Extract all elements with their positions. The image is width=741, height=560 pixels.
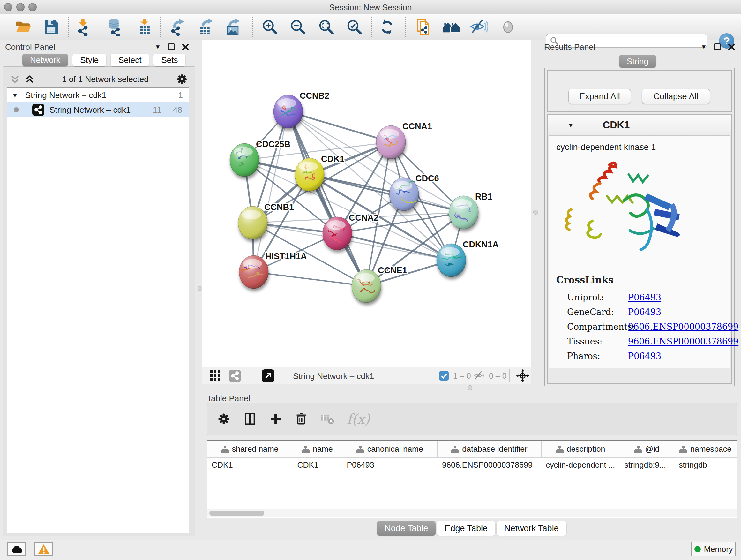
status-bar: [0, 540, 741, 560]
open-session-icon[interactable]: [14, 18, 32, 37]
left-splitter-handle[interactable]: [198, 286, 202, 291]
network-node-CCNB1[interactable]: [238, 206, 267, 240]
expand-all-chevron-icon[interactable]: [24, 74, 35, 84]
results-panel-menu-icon[interactable]: ▼: [701, 44, 707, 51]
results-panel-close-icon[interactable]: [728, 44, 735, 51]
tab-network[interactable]: Network: [22, 54, 68, 66]
tab-style[interactable]: Style: [72, 54, 106, 66]
tissues-link[interactable]: 9606.ENSP00000378699: [628, 336, 738, 347]
control-panel-close-icon[interactable]: [182, 44, 189, 51]
warnings-button[interactable]: [35, 543, 53, 556]
pharos-link[interactable]: P06493: [628, 351, 661, 361]
table-cell[interactable]: 9606.ENSP00000378699: [437, 457, 541, 472]
network-edge-HIST1H1A-CCNE1[interactable]: [254, 272, 366, 286]
table-cell[interactable]: stringdb: [674, 457, 737, 472]
toolbar-separator: [68, 17, 69, 37]
tab-sets[interactable]: Sets: [153, 54, 185, 66]
network-node-CDC6[interactable]: [389, 178, 419, 211]
tab-string-results[interactable]: String: [619, 55, 656, 68]
show-columns-icon[interactable]: [243, 412, 257, 426]
genecard-link[interactable]: P06493: [628, 307, 661, 317]
network-node-CDKN1A[interactable]: [436, 244, 466, 277]
network-node-HIST1H1A[interactable]: [239, 255, 268, 289]
network-node-CDC25B[interactable]: [230, 143, 259, 177]
tab-select[interactable]: Select: [111, 54, 149, 66]
network-node-RB1[interactable]: [449, 196, 478, 229]
column-header-namespace[interactable]: namespace: [674, 441, 737, 457]
column-header-canonical-name[interactable]: canonical name: [342, 441, 437, 457]
column-header-name[interactable]: name: [293, 441, 342, 457]
starter-panel-homes-icon[interactable]: [442, 18, 461, 37]
gene-section-header[interactable]: ▼ CDK1: [548, 115, 731, 135]
cloud-status-button[interactable]: [7, 543, 26, 556]
hide-selected-eye-slash-icon[interactable]: [470, 18, 488, 36]
export-table-icon[interactable]: [198, 18, 216, 36]
network-node-CCNA2[interactable]: [323, 217, 352, 250]
table-cell[interactable]: P06493: [342, 457, 437, 472]
selected-checkbox-icon[interactable]: [439, 371, 449, 381]
table-cell[interactable]: CDK1: [207, 457, 293, 472]
network-selection-status: 1 of 1 Network selected: [35, 74, 176, 84]
tab-network-table[interactable]: Network Table: [496, 521, 566, 536]
table-cell[interactable]: stringdb:9...: [620, 457, 674, 472]
column-header-description[interactable]: description: [542, 441, 620, 457]
network-node-CCNE1[interactable]: [352, 269, 381, 303]
refresh-icon[interactable]: [379, 18, 396, 36]
grid-view-icon[interactable]: [210, 370, 221, 381]
network-node-CCNB2[interactable]: [273, 95, 303, 128]
table-cell[interactable]: CDK1: [293, 457, 342, 472]
compartments-link[interactable]: 9606.ENSP00000378699: [628, 322, 738, 332]
network-node-CDK1[interactable]: [295, 158, 324, 191]
zoom-fit-icon[interactable]: [318, 18, 335, 36]
network-collection-row[interactable]: ▼ String Network – cdk1 1: [7, 88, 189, 103]
open-view-in-window-icon[interactable]: [262, 369, 274, 382]
control-panel-menu-icon[interactable]: ▼: [155, 44, 161, 51]
horizontal-splitter-handle[interactable]: [468, 385, 472, 390]
section-collapse-icon[interactable]: ▼: [567, 121, 574, 129]
tree-expand-icon[interactable]: ▼: [12, 91, 18, 99]
export-network-icon[interactable]: [170, 18, 188, 36]
tab-node-table[interactable]: Node Table: [377, 521, 435, 536]
network-node-CCNA1[interactable]: [376, 125, 406, 159]
network-edge-CCNA2-CDKN1A[interactable]: [337, 233, 451, 260]
table-cell[interactable]: cyclin-dependent ...: [541, 457, 620, 472]
create-column-plus-icon[interactable]: [269, 412, 282, 426]
column-tree-icon: [221, 445, 229, 453]
zoom-selected-icon[interactable]: [346, 18, 363, 36]
control-panel-float-icon[interactable]: [168, 44, 175, 51]
zoom-in-icon[interactable]: [261, 18, 279, 36]
share-session-file-icon[interactable]: [415, 18, 433, 36]
network-edge-CCNB2-HIST1H1A[interactable]: [254, 111, 288, 272]
crosslinks-heading: CrossLinks: [556, 274, 738, 286]
navigator-crosshair-icon[interactable]: [516, 369, 530, 383]
network-edge-CCNB2-CCNA1[interactable]: [288, 111, 391, 142]
table-horizontal-scrollbar[interactable]: [207, 509, 737, 517]
column-header-shared-name[interactable]: shared name: [207, 441, 293, 457]
string-view-icon[interactable]: [229, 370, 241, 382]
import-network-file-icon[interactable]: [75, 18, 93, 36]
right-splitter-handle[interactable]: [533, 210, 538, 214]
import-table-file-icon[interactable]: [136, 18, 154, 36]
network-canvas[interactable]: CCNB2CCNA1CDC25BCDK1CDC6RB1CCNB1CCNA2CDK…: [202, 40, 531, 367]
column-header-database-identifier[interactable]: database identifier: [437, 441, 541, 457]
export-image-icon[interactable]: [225, 18, 243, 36]
zoom-out-icon[interactable]: [289, 18, 307, 36]
scrollbar-thumb[interactable]: [209, 510, 264, 516]
network-row-selected[interactable]: String Network – cdk1 11 48: [7, 103, 189, 117]
table-options-gear-icon[interactable]: [217, 412, 231, 426]
results-panel-float-icon[interactable]: [714, 44, 721, 51]
collapse-all-button[interactable]: Collapse All: [642, 89, 710, 104]
tab-edge-table[interactable]: Edge Table: [437, 521, 495, 536]
collapse-all-chevron-icon[interactable]: [10, 74, 20, 84]
network-options-gear-icon[interactable]: [176, 73, 188, 85]
uniprot-link[interactable]: P06493: [628, 293, 661, 302]
expand-all-button[interactable]: Expand All: [568, 89, 631, 104]
table-row[interactable]: CDK1CDK1P064939606.ENSP00000378699cyclin…: [207, 457, 737, 472]
network-edge-CDK1-RB1[interactable]: [310, 175, 464, 212]
graphics-details-eye-icon[interactable]: [500, 19, 516, 36]
save-session-icon[interactable]: [42, 18, 60, 36]
import-network-database-icon[interactable]: [105, 18, 124, 37]
delete-column-trash-icon[interactable]: [294, 412, 308, 426]
column-header--id[interactable]: @id: [620, 441, 675, 457]
memory-button[interactable]: Memory: [691, 542, 736, 557]
